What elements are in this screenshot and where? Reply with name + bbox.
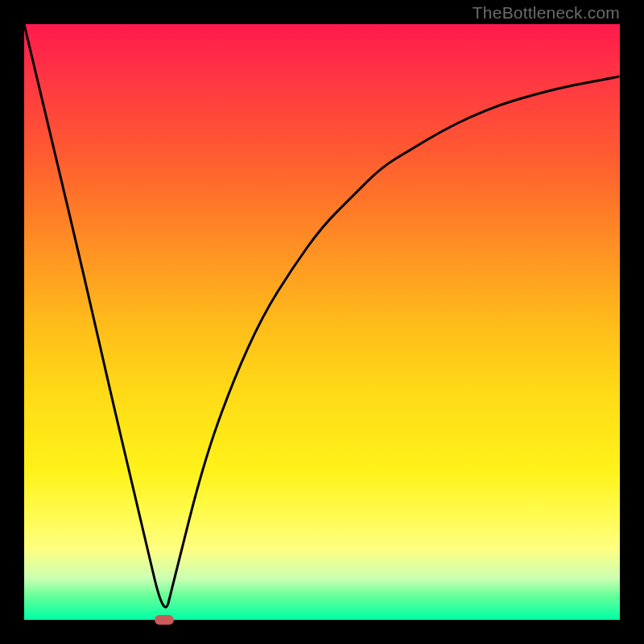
minimum-marker	[155, 615, 174, 625]
bottleneck-curve	[24, 24, 620, 607]
plot-area	[24, 24, 620, 620]
curve-layer	[24, 24, 620, 620]
chart-frame: TheBottleneck.com	[0, 0, 644, 644]
watermark-text: TheBottleneck.com	[473, 3, 620, 23]
